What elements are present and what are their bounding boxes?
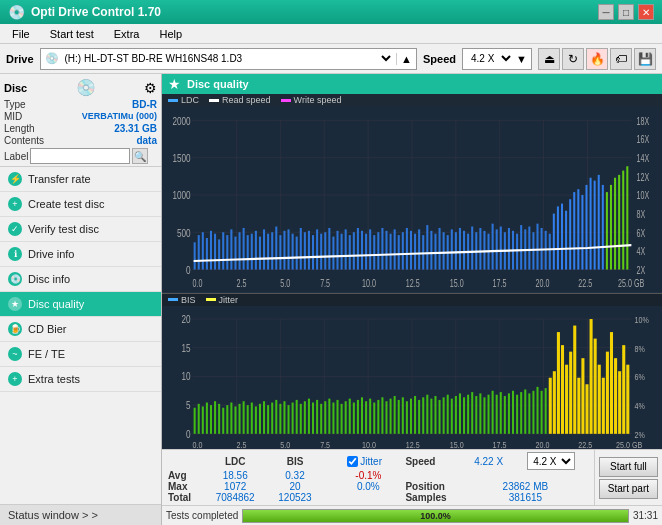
svg-rect-178 [259, 403, 261, 433]
label-input[interactable] [30, 148, 130, 164]
sidebar-item-disc-info[interactable]: 💿 Disc info [0, 267, 161, 292]
maximize-button[interactable]: □ [618, 4, 634, 20]
svg-rect-85 [479, 228, 481, 270]
svg-rect-89 [496, 229, 498, 269]
svg-rect-243 [524, 389, 526, 433]
disc-quality-label: Disc quality [28, 298, 84, 310]
svg-text:15: 15 [181, 342, 190, 353]
svg-rect-118 [614, 178, 616, 270]
menu-file[interactable]: File [8, 27, 34, 41]
ldc-legend-color [168, 99, 178, 102]
disc-icon[interactable]: 💿 [76, 78, 96, 97]
svg-rect-179 [263, 401, 265, 434]
stats-right-buttons: Start full Start part [594, 450, 662, 505]
label-search-button[interactable]: 🔍 [132, 148, 148, 164]
toolbar-icons: ⏏ ↻ 🔥 🏷 💾 [538, 48, 656, 70]
eject-icon[interactable]: ⏏ [538, 48, 560, 70]
create-test-disc-label: Create test disc [28, 198, 104, 210]
refresh-icon[interactable]: ↻ [562, 48, 584, 70]
svg-rect-67 [406, 228, 408, 270]
chart2: 20 15 10 5 0 10% 8% 6% 4% 2% 0.0 2.5 [162, 306, 662, 449]
chart2-svg: 20 15 10 5 0 10% 8% 6% 4% 2% 0.0 2.5 [162, 306, 662, 449]
svg-rect-193 [320, 403, 322, 433]
svg-rect-255 [573, 325, 576, 433]
svg-text:22.5: 22.5 [578, 440, 592, 449]
svg-rect-213 [402, 397, 404, 434]
svg-rect-204 [365, 401, 367, 434]
sidebar-item-cd-bier[interactable]: 🍺 CD Bier [0, 317, 161, 342]
sidebar-nav: ⚡ Transfer rate + Create test disc ✓ Ver… [0, 167, 161, 504]
svg-rect-217 [418, 399, 420, 433]
status-window-button[interactable]: Status window > > [0, 504, 161, 525]
svg-rect-233 [483, 397, 485, 434]
svg-rect-92 [508, 228, 510, 270]
app-window: 💿 Opti Drive Control 1.70 ─ □ ✕ File Sta… [0, 0, 662, 525]
svg-text:5.0: 5.0 [280, 278, 290, 290]
svg-rect-258 [585, 384, 588, 434]
svg-rect-166 [210, 405, 212, 434]
max-label: Max [168, 481, 204, 492]
svg-rect-39 [292, 234, 294, 270]
svg-rect-119 [618, 175, 620, 270]
svg-rect-88 [492, 224, 494, 270]
svg-rect-112 [590, 178, 592, 270]
chart2-legend: BIS Jitter [162, 294, 662, 306]
speed-label: Speed [423, 53, 456, 65]
svg-rect-64 [394, 229, 396, 269]
drive-select[interactable]: (H:) HL-DT-ST BD-RE WH16NS48 1.D3 [61, 52, 395, 65]
sidebar-item-drive-info[interactable]: ℹ Drive info [0, 242, 161, 267]
burn-icon[interactable]: 🔥 [586, 48, 608, 70]
disc-info-icon: 💿 [8, 272, 22, 286]
sidebar-item-disc-quality[interactable]: ★ Disc quality [0, 292, 161, 317]
jitter-legend-label: Jitter [219, 295, 239, 305]
menu-start-test[interactable]: Start test [46, 27, 98, 41]
svg-rect-69 [414, 234, 416, 270]
write-speed-legend-color [281, 99, 291, 102]
svg-rect-196 [332, 402, 334, 433]
sidebar-item-transfer-rate[interactable]: ⚡ Transfer rate [0, 167, 161, 192]
speed-select[interactable]: 4.2 X [467, 52, 514, 65]
start-part-button[interactable]: Start part [599, 479, 658, 499]
svg-rect-195 [328, 398, 330, 433]
disc-quality-icon: ★ [8, 297, 22, 311]
svg-text:20.0: 20.0 [535, 440, 549, 449]
jitter-checkbox-label: Jitter [347, 456, 389, 467]
progress-bar: 100.0% [242, 509, 629, 523]
svg-rect-254 [569, 351, 572, 433]
charts-area: 2000 1500 1000 500 0 18X 16X 14X 12X 10X… [162, 106, 662, 449]
svg-text:0.0: 0.0 [193, 278, 203, 290]
svg-rect-74 [434, 234, 436, 270]
svg-rect-121 [626, 166, 628, 269]
svg-rect-117 [610, 185, 612, 270]
jitter-checkbox[interactable] [347, 456, 358, 467]
sidebar-item-verify-test-disc[interactable]: ✓ Verify test disc [0, 217, 161, 242]
length-value: 23.31 GB [114, 123, 157, 134]
menu-extra[interactable]: Extra [110, 27, 144, 41]
svg-rect-52 [345, 229, 347, 269]
drive-info-label: Drive info [28, 248, 74, 260]
minimize-button[interactable]: ─ [598, 4, 614, 20]
disc-settings-icon[interactable]: ⚙ [144, 80, 157, 96]
svg-rect-211 [394, 396, 396, 434]
sidebar-item-fe-te[interactable]: ~ FE / TE [0, 342, 161, 367]
svg-rect-44 [312, 235, 314, 269]
svg-rect-207 [377, 399, 379, 433]
jitter-label: Jitter [360, 456, 382, 467]
total-bis: 120523 [267, 492, 324, 503]
start-full-button[interactable]: Start full [599, 457, 658, 477]
sidebar-item-create-test-disc[interactable]: + Create test disc [0, 192, 161, 217]
speed-dropdown[interactable]: 4.2 X [527, 452, 575, 470]
svg-rect-240 [512, 390, 514, 433]
svg-text:10.0: 10.0 [362, 440, 376, 449]
label-icon[interactable]: 🏷 [610, 48, 632, 70]
sidebar-item-extra-tests[interactable]: + Extra tests [0, 367, 161, 392]
svg-rect-42 [304, 232, 306, 269]
svg-text:25.0 GB: 25.0 GB [616, 440, 643, 449]
svg-text:18X: 18X [636, 115, 649, 127]
svg-rect-73 [430, 231, 432, 270]
save-icon[interactable]: 💾 [634, 48, 656, 70]
close-button[interactable]: ✕ [638, 4, 654, 20]
svg-rect-83 [471, 227, 473, 270]
svg-rect-224 [447, 394, 449, 433]
menu-help[interactable]: Help [155, 27, 186, 41]
